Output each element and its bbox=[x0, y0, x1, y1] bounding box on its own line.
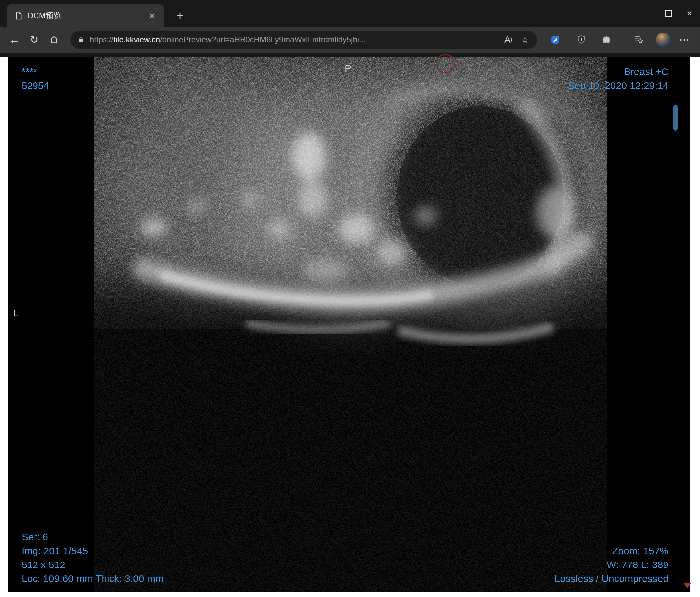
maximize-button[interactable] bbox=[658, 0, 679, 27]
page-content: **** 52954 P Breast +C Sep 10, 2020 12:2… bbox=[0, 57, 700, 597]
patient-name-masked: **** bbox=[22, 65, 49, 79]
matrix-size: 512 x 512 bbox=[22, 558, 164, 572]
home-icon bbox=[49, 35, 59, 45]
slice-location: Loc: 109.60 mm Thick: 3.00 mm bbox=[22, 572, 164, 586]
navigation-bar: ← ↻ https://file.kkview.cn/onlinePreview… bbox=[0, 27, 700, 53]
profile-avatar[interactable] bbox=[656, 32, 671, 47]
window-controls: – × bbox=[637, 0, 700, 27]
study-datetime: Sep 10, 2020 12:29:14 bbox=[568, 79, 669, 93]
read-aloud-mark: ) bbox=[510, 37, 512, 43]
series-info-overlay: Ser: 6 Img: 201 1/545 512 x 512 Loc: 109… bbox=[22, 530, 164, 586]
mri-scan-image[interactable] bbox=[94, 57, 607, 592]
image-index: Img: 201 1/545 bbox=[22, 544, 164, 558]
study-description: Breast +C bbox=[568, 65, 669, 79]
close-window-button[interactable]: × bbox=[679, 0, 700, 27]
url-text: https://file.kkview.cn/onlinePreview?url… bbox=[90, 35, 366, 45]
read-aloud-icon: A bbox=[504, 35, 510, 45]
toolbar-divider bbox=[623, 34, 623, 45]
display-info-overlay: Zoom: 157% W: 778 L: 389 Lossless / Unco… bbox=[555, 544, 669, 586]
favorites-hub-button[interactable] bbox=[629, 30, 649, 49]
read-aloud-button[interactable]: A) bbox=[500, 32, 517, 47]
shield-icon: T bbox=[576, 34, 586, 45]
url-scheme: https:// bbox=[90, 35, 114, 44]
back-button[interactable]: ← bbox=[5, 30, 23, 49]
url-host: file.kkview.cn bbox=[114, 35, 160, 44]
study-info-overlay: Breast +C Sep 10, 2020 12:29:14 bbox=[568, 65, 669, 93]
tab-title: DCM预览 bbox=[28, 10, 141, 21]
compression-info: Lossless / Uncompressed bbox=[555, 572, 669, 586]
orientation-marker-posterior: P bbox=[345, 61, 351, 75]
annotation-circle bbox=[435, 54, 455, 73]
minimize-button[interactable]: – bbox=[637, 0, 658, 27]
address-bar[interactable]: https://file.kkview.cn/onlinePreview?url… bbox=[70, 31, 537, 49]
lock-icon[interactable] bbox=[77, 36, 85, 44]
tab-close-button[interactable]: × bbox=[146, 9, 158, 22]
series-number: Ser: 6 bbox=[22, 530, 164, 544]
extension-blue-icon bbox=[550, 34, 561, 45]
zoom-level: Zoom: 157% bbox=[555, 544, 669, 558]
extensions-menu-button[interactable] bbox=[597, 30, 617, 49]
extension-blue-button[interactable] bbox=[545, 30, 565, 49]
dicom-viewport[interactable]: **** 52954 P Breast +C Sep 10, 2020 12:2… bbox=[8, 57, 690, 592]
series-scrollbar-thumb[interactable] bbox=[673, 105, 678, 131]
favorites-list-icon bbox=[634, 35, 644, 45]
document-icon bbox=[14, 11, 23, 20]
window-level: W: 778 L: 389 bbox=[555, 558, 669, 572]
shield-letter: T bbox=[580, 37, 582, 42]
maximize-icon bbox=[665, 10, 672, 17]
patient-id: 52954 bbox=[22, 79, 49, 93]
url-path: /onlinePreview?url=aHR0cHM6Ly9maWxlLmtrd… bbox=[160, 35, 366, 44]
new-tab-button[interactable]: + bbox=[173, 9, 187, 22]
browser-menu-button[interactable]: ⋯ bbox=[675, 33, 695, 46]
browser-tab[interactable]: DCM预览 × bbox=[7, 4, 164, 27]
orientation-marker-left: L bbox=[13, 306, 19, 320]
puzzle-icon bbox=[602, 35, 612, 45]
home-button[interactable] bbox=[45, 30, 63, 49]
patient-info-overlay: **** 52954 bbox=[22, 65, 49, 93]
scroll-down-arrow-icon[interactable] bbox=[684, 583, 691, 588]
tab-strip: DCM预览 × + – × bbox=[0, 0, 700, 27]
extension-shield-button[interactable]: T bbox=[571, 30, 591, 49]
browser-window: DCM预览 × + – × ← ↻ https://file.kkview.cn… bbox=[0, 0, 700, 597]
favorite-star-button[interactable]: ☆ bbox=[517, 32, 533, 47]
refresh-button[interactable]: ↻ bbox=[25, 30, 43, 49]
